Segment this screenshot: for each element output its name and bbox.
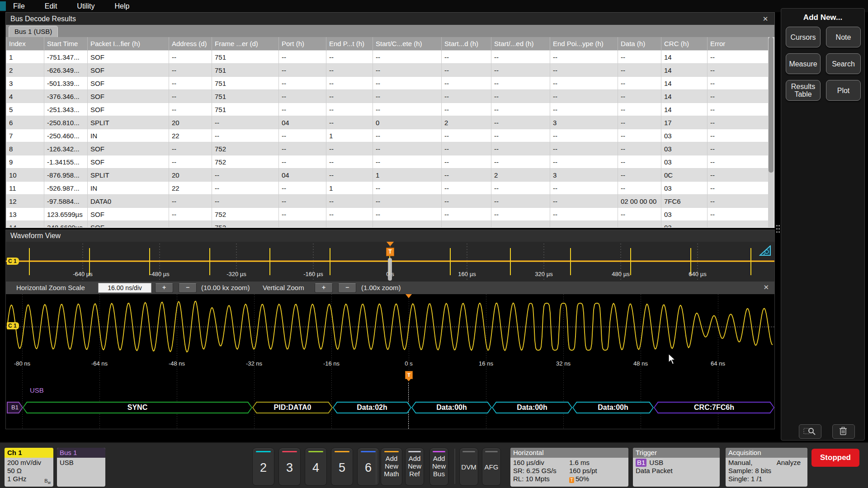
bus-field-data-00h[interactable]: Data:00h — [572, 402, 654, 413]
bus-field-data-00h[interactable]: Data:00h — [411, 402, 492, 413]
table-row[interactable]: 1-751.347...SOF--751--------------14-- — [6, 51, 769, 64]
acquisition-badge[interactable]: Acquisition Manual, Analyze Sample: 8 bi… — [726, 448, 807, 487]
bus-field-data-02h[interactable]: Data:02h — [333, 402, 411, 413]
add-new-results-table-button[interactable]: Results Table — [786, 80, 821, 101]
cell: -- — [373, 142, 442, 155]
zoom-tick-label: 48 ns — [633, 360, 648, 367]
channel-2-button[interactable]: 2 — [252, 448, 274, 486]
zoom-tool-button[interactable] — [799, 424, 821, 439]
table-row[interactable]: 3-501.339...SOF--751--------------14-- — [6, 77, 769, 90]
bus-decode-track[interactable]: B1 SYNCPID:DATA0Data:02hData:00hData:00h… — [6, 402, 774, 413]
overview-zoom-slider[interactable] — [388, 258, 392, 281]
trash-button[interactable] — [832, 424, 855, 439]
table-row[interactable]: 14248.6600µsSOF--752--------------03-- — [6, 221, 769, 228]
trigger-marker[interactable]: T — [386, 248, 394, 256]
cell: -- — [708, 208, 769, 221]
horizontal-badge[interactable]: Horizontal 160 µs/div1.6 msSR: 6.25 GS/s… — [510, 448, 628, 487]
acq-single: Single: 1 /1 — [728, 475, 807, 483]
channel-3-button[interactable]: 3 — [278, 448, 301, 486]
bus1-badge-panel[interactable]: Bus 1 USB — [57, 448, 105, 487]
add-new-bus-button[interactable]: AddNewBus — [429, 448, 448, 486]
bus-field-crc-7fc6h[interactable]: CRC:7FC6h — [654, 402, 774, 413]
menu-item-utility[interactable]: Utility — [77, 2, 94, 10]
results-window-titlebar: Bus Decode Results ✕ — [6, 13, 774, 25]
h-zoom-plus-button[interactable]: + — [155, 283, 173, 293]
close-icon[interactable]: ✕ — [761, 13, 770, 25]
channel-5-button[interactable]: 5 — [331, 448, 353, 486]
table-row[interactable]: 5-251.343...SOF--751--------------14-- — [6, 103, 769, 116]
h-zoom-minus-button[interactable]: − — [179, 283, 197, 293]
cell: -- — [169, 208, 212, 221]
table-row[interactable]: 12-97.5884...DATA0----------------02 00 … — [6, 195, 769, 208]
cell: -- — [279, 103, 326, 116]
zoom-tick-label: 16 ns — [479, 360, 493, 367]
cell: -- — [491, 182, 550, 195]
cell: -- — [618, 103, 661, 116]
channel-4-button[interactable]: 4 — [305, 448, 327, 486]
cell: SPLIT — [88, 116, 169, 129]
cell: -- — [326, 155, 373, 169]
menu-item-file[interactable]: File — [13, 2, 25, 10]
dvm-button[interactable]: DVM — [459, 448, 478, 486]
bus1-badge[interactable]: B1 — [7, 402, 23, 413]
cell: -- — [550, 221, 618, 228]
cell: -- — [373, 90, 442, 103]
cell: -- — [550, 182, 618, 195]
trigger-badge[interactable]: Trigger B1USB Data Packet — [633, 448, 720, 487]
table-row[interactable]: 9-1.34155...SOF--752--------------03-- — [6, 155, 769, 169]
acquisition-title: Acquisition — [726, 448, 807, 458]
table-row[interactable]: 4-376.346...SOF--751--------------14-- — [6, 90, 769, 103]
v-zoom-plus-button[interactable]: + — [315, 283, 333, 293]
table-row[interactable]: 8-126.342...SOF--752--------------03-- — [6, 142, 769, 155]
waveform-overview[interactable]: -640 µs-480 µs-320 µs-160 µs0 s160 µs320… — [6, 242, 774, 282]
column-header: Start/C...ete (h) — [373, 37, 442, 51]
zoomed-waveform-area[interactable]: C 1 -80 ns-64 ns-48 ns-32 ns-16 ns0 s16 … — [6, 294, 774, 429]
cell: -- — [169, 155, 212, 169]
menu-item-edit[interactable]: Edit — [45, 2, 57, 10]
add-new-measure-button[interactable]: Measure — [786, 53, 821, 74]
overview-tick-label: -640 µs — [73, 271, 93, 277]
add-new-ref-button[interactable]: AddNewRef — [405, 448, 424, 486]
cell: -97.5884... — [44, 195, 88, 208]
v-zoom-minus-button[interactable]: − — [338, 283, 356, 293]
cell: -- — [169, 64, 212, 77]
zoom-tick-label: -32 ns — [246, 360, 262, 367]
bus-field-data-00h[interactable]: Data:00h — [492, 402, 572, 413]
add-new-math-button[interactable]: AddNewMath — [381, 448, 402, 486]
stopped-button[interactable]: Stopped — [811, 449, 859, 467]
cell: -- — [169, 77, 212, 90]
bus-field-sync[interactable]: SYNC — [23, 402, 252, 413]
column-header: End Poi...ype (h) — [550, 37, 618, 51]
zoom-overview-icon[interactable] — [759, 245, 771, 256]
cell: -- — [618, 90, 661, 103]
bus-field-pid-data0[interactable]: PID:DATA0 — [252, 402, 333, 413]
channel1-badge-panel[interactable]: Ch 1 200 mV/div50 Ω1 GHz Bw — [5, 448, 53, 487]
afg-button[interactable]: AFG — [482, 448, 501, 486]
table-scrollbar-thumb[interactable] — [769, 37, 774, 173]
zoom-close-icon[interactable]: ✕ — [763, 283, 769, 291]
add-new-note-button[interactable]: Note — [826, 27, 861, 47]
h-zoom-scale-input[interactable]: 16.00 ns/div — [98, 283, 151, 293]
table-row[interactable]: 6-250.810...SPLIT20--04--02--3--17-- — [6, 116, 769, 129]
panel-drag-handle-icon[interactable] — [776, 224, 780, 234]
menu-item-help[interactable]: Help — [114, 2, 129, 10]
ch1-setting: 200 mV/div — [7, 459, 53, 467]
tab-bus1-usb[interactable]: Bus 1 (USB) — [9, 26, 58, 38]
cell: -- — [618, 77, 661, 90]
table-row[interactable]: 13123.6599µsSOF--752--------------03-- — [6, 208, 769, 221]
add-new-search-button[interactable]: Search — [826, 53, 861, 74]
table-scrollbar[interactable] — [768, 37, 774, 227]
cell: 0C — [661, 169, 708, 182]
cell: 2 — [491, 169, 550, 182]
column-header: Packet I...fier (h) — [88, 37, 169, 51]
add-new-cursors-button[interactable]: Cursors — [786, 27, 821, 47]
add-new-plot-button[interactable]: Plot — [826, 80, 861, 101]
table-row[interactable]: 7-250.460...IN22----1----------03-- — [6, 129, 769, 142]
cell: -- — [708, 169, 769, 182]
table-row[interactable]: 11-526.987...IN22----1----------03-- — [6, 182, 769, 195]
cell: -- — [326, 90, 373, 103]
cell: 02 00 00 00 — [618, 195, 661, 208]
table-row[interactable]: 10-876.958...SPLIT20--04--1--23--0C-- — [6, 169, 769, 182]
table-row[interactable]: 2-626.349...SOF--751--------------14-- — [6, 64, 769, 77]
zoom-tick-label: 0 s — [405, 360, 412, 367]
